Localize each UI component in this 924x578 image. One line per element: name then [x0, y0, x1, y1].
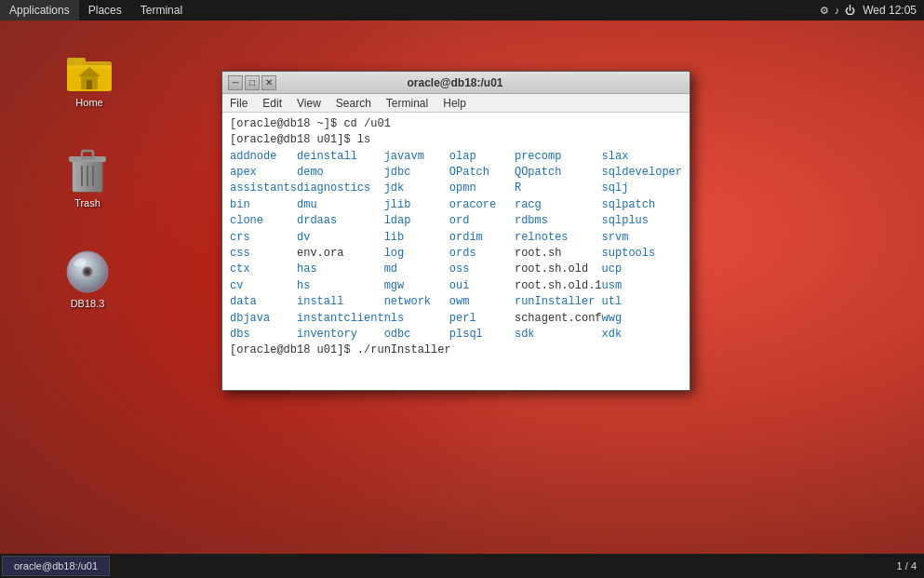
terminal-menu-search[interactable]: Search	[328, 94, 379, 113]
trash-label: Trash	[74, 197, 100, 208]
cd-label: DB18.3	[71, 298, 105, 309]
terminal-window: ─ □ ✕ oracle@db18:/u01 File Edit View Se…	[221, 71, 690, 391]
file-item: wwg	[602, 311, 682, 327]
minimize-button[interactable]: ─	[228, 75, 243, 90]
file-item: usm	[602, 278, 682, 294]
term-line-2: [oracle@db18 u01]$ ls	[230, 132, 682, 148]
home-icon[interactable]: Home	[56, 48, 123, 108]
file-item: hs	[297, 278, 384, 294]
file-item: ldap	[384, 213, 449, 229]
file-item: jdk	[384, 181, 449, 196]
taskbar: oracle@db18:/u01 1 / 4	[0, 554, 924, 578]
file-item: javavm	[384, 149, 449, 165]
file-item: diagnostics	[297, 181, 384, 196]
menubar-terminal[interactable]: Terminal	[131, 0, 192, 20]
file-item: ctx	[230, 262, 297, 277]
system-tray: ⚙ ♪ ⏻	[820, 5, 856, 17]
file-item: dbs	[230, 327, 297, 343]
terminal-menu-file[interactable]: File	[222, 94, 255, 113]
taskbar-terminal-item[interactable]: oracle@db18:/u01	[2, 556, 110, 576]
terminal-menu-edit[interactable]: Edit	[255, 94, 289, 113]
trash-icon[interactable]: Trash	[54, 149, 121, 208]
cd-icon[interactable]: DB18.3	[54, 249, 121, 309]
file-item: relnotes	[515, 230, 602, 246]
file-item: dmu	[297, 197, 384, 213]
term-line-cmd: [oracle@db18 u01]$ ./runInstaller	[230, 343, 682, 358]
file-item: instantclient	[297, 311, 384, 327]
file-item: apex	[230, 165, 297, 181]
file-item: ords	[449, 246, 515, 262]
close-button[interactable]: ✕	[261, 75, 276, 90]
file-item: mgw	[384, 278, 449, 294]
file-item: sqlplus	[602, 213, 682, 229]
file-item: oracore	[449, 197, 515, 213]
file-item: nls	[384, 311, 449, 327]
file-item: slax	[602, 149, 682, 165]
trash-image	[65, 149, 110, 194]
file-item: root.sh.old	[515, 262, 602, 277]
file-item: rdbms	[515, 213, 602, 229]
file-item: env.ora	[297, 246, 384, 262]
terminal-menu-view[interactable]: View	[289, 94, 328, 113]
svg-point-18	[86, 270, 89, 274]
file-item: utl	[602, 294, 682, 310]
file-item: css	[230, 246, 297, 262]
terminal-menu-help[interactable]: Help	[435, 94, 474, 113]
file-item: bin	[230, 197, 297, 213]
home-label: Home	[75, 97, 102, 108]
file-listing: addnodedeinstalljavavmolapprecompslaxape…	[230, 149, 682, 343]
terminal-menu-terminal[interactable]: Terminal	[379, 94, 435, 113]
desktop: Applications Places Terminal ⚙ ♪ ⏻ Wed 1…	[0, 0, 924, 578]
file-item: opmn	[449, 181, 515, 196]
file-item: assistants	[230, 181, 297, 196]
file-item: suptools	[602, 246, 682, 262]
file-item: demo	[297, 165, 384, 181]
file-item: odbc	[384, 327, 449, 343]
file-item: QOpatch	[515, 165, 602, 181]
terminal-menubar: File Edit View Search Terminal Help	[222, 94, 690, 113]
power-icon: ⏻	[845, 5, 855, 16]
file-item: sqlpatch	[602, 197, 682, 213]
file-item: dbjava	[230, 311, 297, 327]
terminal-body[interactable]: [oracle@db18 ~]$ cd /u01 [oracle@db18 u0…	[222, 113, 690, 390]
file-item: addnode	[230, 149, 297, 165]
file-item: inventory	[297, 327, 384, 343]
file-item: plsql	[449, 327, 515, 343]
file-item: install	[297, 294, 384, 310]
menubar-right: ⚙ ♪ ⏻ Wed 12:05	[820, 4, 924, 17]
file-item: data	[230, 294, 297, 310]
file-item: OPatch	[449, 165, 515, 181]
menubar-left: Applications Places Terminal	[0, 0, 192, 20]
cd-image	[65, 249, 110, 294]
file-item: oui	[449, 278, 515, 294]
file-item: owm	[449, 294, 515, 310]
file-item: ord	[449, 213, 515, 229]
file-item: root.sh.old.1	[515, 278, 602, 294]
file-item: log	[384, 246, 449, 262]
svg-rect-7	[87, 80, 92, 89]
maximize-button[interactable]: □	[245, 75, 260, 90]
file-item: deinstall	[297, 149, 384, 165]
file-item: perl	[449, 311, 515, 327]
svg-rect-2	[67, 58, 86, 65]
file-item: sqldeveloper	[602, 165, 682, 181]
network-icon: ⚙	[820, 5, 829, 17]
sound-icon: ♪	[835, 5, 840, 16]
file-item: dv	[297, 230, 384, 246]
file-item: xdk	[602, 327, 682, 343]
term-line-1: [oracle@db18 ~]$ cd /u01	[230, 116, 682, 132]
menubar-places[interactable]: Places	[79, 0, 131, 20]
taskbar-left: oracle@db18:/u01	[0, 556, 110, 576]
file-item: schagent.conf	[515, 311, 602, 327]
menubar-applications[interactable]: Applications	[0, 0, 79, 20]
file-item: ucp	[602, 262, 682, 277]
svg-rect-11	[82, 151, 93, 158]
top-menubar: Applications Places Terminal ⚙ ♪ ⏻ Wed 1…	[0, 0, 924, 20]
file-item: racg	[515, 197, 602, 213]
clock: Wed 12:05	[863, 4, 917, 17]
file-item: md	[384, 262, 449, 277]
file-item: jlib	[384, 197, 449, 213]
file-item: crs	[230, 230, 297, 246]
file-item: network	[384, 294, 449, 310]
file-item: cv	[230, 278, 297, 294]
